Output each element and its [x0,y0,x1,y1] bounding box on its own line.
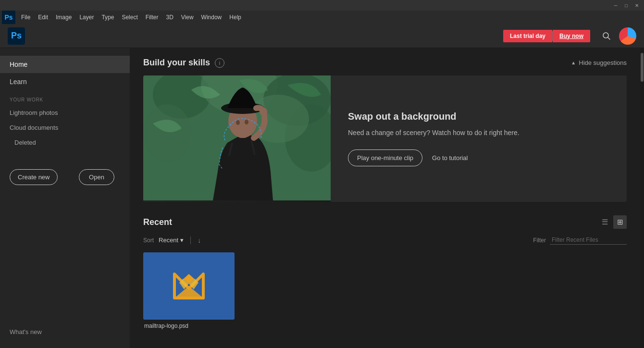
sort-value: Recent [159,236,178,244]
app-header: Ps Last trial day Buy now [0,24,644,48]
svg-marker-16 [174,286,203,298]
info-symbol: i [219,60,220,66]
sort-ascending-button[interactable]: ↓ [198,236,201,244]
filter-area: Filter [533,236,627,245]
app-logo-text: Ps [11,31,22,41]
menu-view[interactable]: View [177,12,198,23]
grid-view-button[interactable]: ⊞ [613,215,627,229]
menu-bar: Ps File Edit Image Layer Type Select Fil… [0,11,644,24]
svg-point-14 [260,108,267,115]
play-clip-button[interactable]: Play one-minute clip [348,149,422,166]
scrollbar[interactable] [640,48,644,348]
svg-line-1 [608,37,610,39]
menu-help[interactable]: Help [225,12,245,23]
list-view-button[interactable]: ☰ [598,215,611,229]
menu-image[interactable]: Image [52,12,75,23]
scrollbar-thumb[interactable] [641,53,644,82]
svg-point-12 [245,120,248,124]
recent-header: Recent ☰ ⊞ [143,215,627,229]
search-button[interactable] [598,27,615,45]
grid-icon: ⊞ [617,218,623,226]
sidebar-item-lightroom[interactable]: Lightroom photos [0,105,130,120]
file-thumbnail [143,252,235,320]
sidebar-item-home[interactable]: Home [0,56,130,73]
sidebar: Home Learn YOUR WORK Lightroom photos Cl… [0,48,130,348]
chevron-up-icon: ▲ [571,60,576,65]
skills-title: Build your skills [143,58,210,68]
open-button[interactable]: Open [79,169,114,185]
svg-point-6 [143,104,191,162]
go-to-tutorial-link[interactable]: Go to tutorial [432,154,468,162]
close-button[interactable]: ✕ [633,2,640,9]
minimize-button[interactable]: ─ [612,2,619,9]
sidebar-item-deleted[interactable]: Deleted [0,135,130,150]
skill-card-image [143,75,331,202]
create-new-button[interactable]: Create new [10,169,58,185]
menu-edit[interactable]: Edit [34,12,52,23]
skill-illustration [143,75,331,200]
main-layout: Home Learn YOUR WORK Lightroom photos Cl… [0,48,644,348]
sort-label: Sort [143,237,154,244]
menu-filter[interactable]: Filter [142,12,162,23]
search-icon [602,32,611,40]
recent-files-grid: mailtrap-logo.psd [143,252,627,329]
sidebar-item-whats-new[interactable]: What's new [0,323,130,340]
user-avatar[interactable] [619,27,636,45]
menu-select[interactable]: Select [118,12,141,23]
menu-window[interactable]: Window [198,12,226,23]
ps-logo: Ps [2,11,15,24]
trial-button[interactable]: Last trial day [503,30,552,42]
list-icon: ☰ [602,218,608,226]
skills-title-row: Build your skills i [143,58,224,68]
skill-actions: Play one-minute clip Go to tutorial [348,149,520,166]
svg-point-11 [236,120,240,125]
recent-title: Recent [143,217,172,227]
skill-card-description: Need a change of scenery? Watch how to d… [348,128,520,138]
trial-buy-group: Last trial day Buy now [503,30,590,42]
skills-header: Build your skills i ▲ Hide suggestions [143,58,627,68]
info-icon[interactable]: i [215,58,224,68]
sort-chevron-icon: ▾ [180,236,184,244]
ps-logo-text: Ps [4,13,12,21]
sidebar-item-cloud[interactable]: Cloud documents [0,120,130,135]
skill-card: Swap out a background Need a change of s… [143,75,627,202]
mailtrap-thumbnail-bg [143,252,235,320]
app-logo: Ps [8,27,25,45]
skill-card-title: Swap out a background [348,111,520,122]
view-toggle: ☰ ⊞ [598,215,627,229]
menu-file[interactable]: File [17,12,34,23]
sort-row: Sort Recent ▾ ↓ Filter [143,236,627,245]
filter-label: Filter [533,237,546,244]
skill-content: Swap out a background Need a change of s… [331,75,537,202]
sort-divider [190,236,191,244]
menu-3d[interactable]: 3D [162,12,177,23]
menu-type[interactable]: Type [98,12,118,23]
mailtrap-logo-svg [170,269,208,303]
file-name: mailtrap-logo.psd [143,323,235,329]
hide-suggestions-button[interactable]: ▲ Hide suggestions [571,59,627,66]
buy-now-button[interactable]: Buy now [553,30,590,42]
your-work-label: YOUR WORK [0,90,130,105]
title-bar: ─ □ ✕ [0,0,644,11]
sidebar-item-learn[interactable]: Learn [0,73,130,90]
list-item[interactable]: mailtrap-logo.psd [143,252,235,329]
menu-layer[interactable]: Layer [75,12,98,23]
sort-dropdown[interactable]: Recent ▾ [159,236,184,244]
hide-suggestions-label: Hide suggestions [579,59,627,66]
maximize-button[interactable]: □ [623,2,630,9]
filter-input[interactable] [550,236,627,245]
content-area: Build your skills i ▲ Hide suggestions [130,48,640,348]
